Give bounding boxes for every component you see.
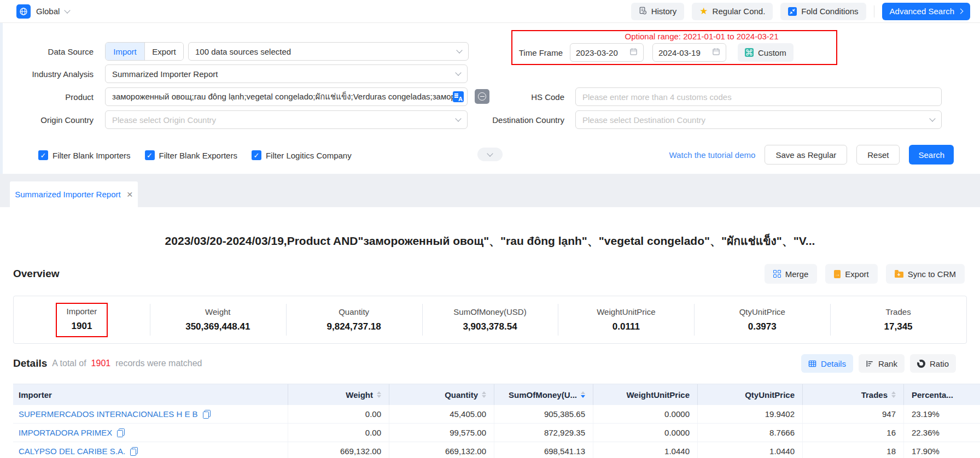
start-date-value: 2023-03-20 xyxy=(576,48,618,57)
tutorial-demo-link[interactable]: Watch the tutorial demo xyxy=(669,150,756,160)
table-row[interactable]: CALYPSO DEL CARIBE S.A. 669,132.00 669,1… xyxy=(13,442,980,458)
divider xyxy=(874,5,874,17)
details-count: 1901 xyxy=(91,359,111,368)
stat-value: 350,369,448.41 xyxy=(185,321,250,332)
export-tab[interactable]: Export xyxy=(144,43,183,60)
column-header-weight-unit-price[interactable]: WeightUnitPrice xyxy=(593,384,697,405)
end-date-value: 2024-03-19 xyxy=(658,48,701,57)
folder-sync-icon: + xyxy=(895,272,903,278)
history-button[interactable]: History xyxy=(631,3,685,20)
product-label: Product xyxy=(0,92,100,102)
stat-sum-of-money: SumOfMoney(USD) 3,903,378.54 xyxy=(422,296,558,343)
search-form: Data Source Import Export 100 data sourc… xyxy=(0,23,980,174)
view-details-button[interactable]: Details xyxy=(801,354,853,373)
table-row[interactable]: IMPORTADORA PRIMEX 0.00 99,575.00 872,92… xyxy=(13,424,980,442)
translate-toggle-icon[interactable] xyxy=(475,89,489,104)
save-as-regular-button[interactable]: Save as Regular xyxy=(765,145,847,165)
sort-icon xyxy=(891,391,896,398)
stat-highlight-box: Importer 1901 xyxy=(56,303,108,337)
stat-value: 0.3973 xyxy=(748,321,777,332)
column-header-quantity[interactable]: Quantity xyxy=(389,384,494,405)
sort-icon xyxy=(482,391,486,398)
stat-label: SumOfMoney(USD) xyxy=(453,307,526,316)
fold-conditions-button[interactable]: Fold Conditions xyxy=(780,3,866,20)
advanced-search-button[interactable]: Advanced Search xyxy=(882,3,970,20)
export-button[interactable]: → Export xyxy=(825,264,877,284)
tab-label: Summarized Importer Report xyxy=(15,190,120,199)
fold-conditions-label: Fold Conditions xyxy=(801,7,858,16)
custom-range-button[interactable]: Custom xyxy=(738,43,794,62)
destination-country-select[interactable]: Please select Destination Country xyxy=(575,110,942,129)
rank-icon xyxy=(866,360,874,368)
stat-label: Weight xyxy=(205,307,230,316)
close-icon[interactable]: × xyxy=(127,189,133,199)
import-tab[interactable]: Import xyxy=(106,43,144,60)
industry-analysis-select[interactable]: Summarized Importer Report xyxy=(105,64,468,83)
hs-code-placeholder: Please enter more than 4 customs codes xyxy=(582,92,732,102)
column-header-weight[interactable]: Weight xyxy=(288,384,389,405)
sync-to-crm-button[interactable]: + Sync to CRM xyxy=(886,264,965,284)
stat-value: 3,903,378.54 xyxy=(463,321,517,332)
view-rank-button[interactable]: Rank xyxy=(859,354,905,373)
stat-trades: Trades 17,345 xyxy=(830,296,966,343)
filter-blank-exporters-checkbox[interactable]: ✓ Filter Blank Exporters xyxy=(145,150,237,160)
origin-country-label: Origin Country xyxy=(0,115,100,125)
column-header-sum-of-money[interactable]: SumOfMoney(U... xyxy=(494,384,593,405)
hs-code-input[interactable]: Please enter more than 4 customs codes xyxy=(575,87,942,106)
region-selector[interactable]: Global xyxy=(16,4,69,19)
importer-name-link[interactable]: CALYPSO DEL CARIBE S.A. xyxy=(19,447,125,456)
regular-cond-button[interactable]: ★ Regular Cond. xyxy=(692,3,773,20)
export-icon: → xyxy=(834,270,841,278)
origin-country-select[interactable]: Please select Origin Country xyxy=(105,110,468,129)
stat-label: Importer xyxy=(67,307,97,316)
column-header-percentage[interactable]: Percenta... xyxy=(903,384,980,405)
view-rank-label: Rank xyxy=(878,359,897,368)
sync-label: Sync to CRM xyxy=(908,269,956,279)
column-header-importer[interactable]: Importer xyxy=(13,384,288,405)
stat-value: 9,824,737.18 xyxy=(327,321,381,332)
details-heading: Details xyxy=(13,357,47,369)
overview-stats: Importer 1901 Weight 350,369,448.41 Quan… xyxy=(13,296,967,344)
chevron-down-icon xyxy=(65,7,71,13)
column-header-qty-unit-price[interactable]: QtyUnitPrice xyxy=(697,384,802,405)
end-date-input[interactable]: 2024-03-19 xyxy=(652,43,726,62)
destination-country-label: Destination Country xyxy=(492,115,571,125)
hs-code-label: HS Code xyxy=(492,92,571,102)
filter-checkbox-row: ✓ Filter Blank Importers ✓ Filter Blank … xyxy=(38,145,352,165)
importer-name-link[interactable]: SUPERMERCADOS INTERNACIONALES H E B xyxy=(19,409,198,419)
time-frame-row: Time Frame 2023-03-20 2024-03-19 Custom xyxy=(512,43,794,62)
product-value: замороженный овощ;rau đông lạnh;vegetal … xyxy=(112,90,453,103)
topbar-actions: History ★ Regular Cond. Fold Conditions … xyxy=(631,3,970,20)
data-sources-select[interactable]: 100 data sources selected xyxy=(188,42,469,61)
copy-icon[interactable] xyxy=(130,447,138,456)
chevron-down-icon xyxy=(929,115,935,121)
merge-label: Merge xyxy=(785,269,809,279)
regular-cond-label: Regular Cond. xyxy=(713,7,766,16)
merge-icon xyxy=(773,270,781,278)
view-ratio-label: Ratio xyxy=(930,359,949,368)
merge-button[interactable]: Merge xyxy=(765,264,818,284)
stat-importer: Importer 1901 xyxy=(14,296,150,343)
view-ratio-button[interactable]: Ratio xyxy=(910,354,956,373)
collapse-conditions-button[interactable] xyxy=(477,148,503,161)
translate-icon[interactable]: A xyxy=(453,91,464,102)
product-input[interactable]: замороженный овощ;rau đông lạnh;vegetal … xyxy=(105,87,468,106)
reset-button[interactable]: Reset xyxy=(856,145,900,165)
details-suffix: records were matched xyxy=(115,359,202,368)
filter-logitics-company-checkbox[interactable]: ✓ Filter Logitics Company xyxy=(252,150,352,160)
optional-range-text: Optional range: 2021-01-01 to 2024-03-21 xyxy=(573,32,831,41)
copy-icon[interactable] xyxy=(203,410,211,419)
column-header-trades[interactable]: Trades xyxy=(802,384,903,405)
importer-name-link[interactable]: IMPORTADORA PRIMEX xyxy=(19,428,112,437)
checkbox-label: Filter Logitics Company xyxy=(266,151,352,160)
copy-icon[interactable] xyxy=(117,428,125,437)
filter-blank-importers-checkbox[interactable]: ✓ Filter Blank Importers xyxy=(38,150,131,160)
data-source-toggle: Import Export xyxy=(105,42,184,61)
tab-summarized-importer-report[interactable]: Summarized Importer Report × xyxy=(10,181,138,207)
star-icon: ★ xyxy=(699,7,708,16)
search-button[interactable]: Search xyxy=(909,145,954,165)
calendar-icon xyxy=(712,48,720,57)
start-date-input[interactable]: 2023-03-20 xyxy=(570,43,644,62)
table-row[interactable]: SUPERMERCADOS INTERNACIONALES H E B 0.00… xyxy=(13,405,980,424)
chevron-down-icon xyxy=(487,150,493,156)
